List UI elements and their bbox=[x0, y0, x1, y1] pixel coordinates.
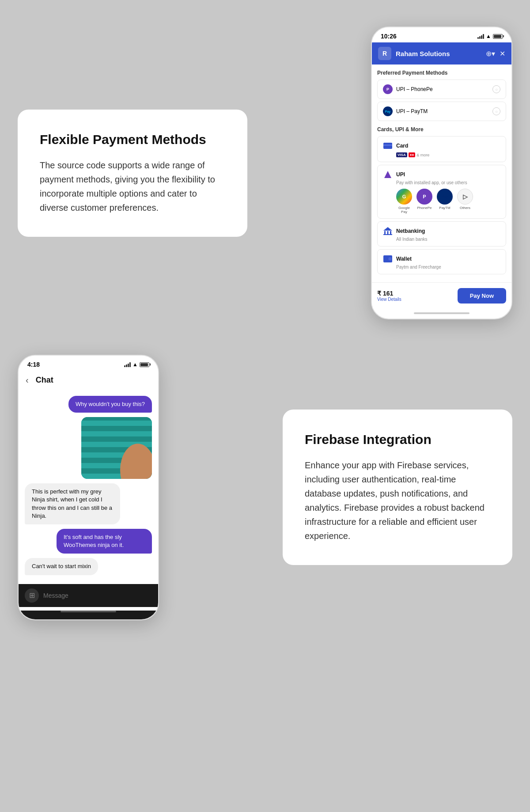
svg-rect-6 bbox=[390, 231, 391, 234]
upi-apps-grid: G GooglePay P PhonePe bbox=[396, 189, 500, 214]
svg-point-10 bbox=[390, 258, 391, 260]
top-section: Flexible Payment Methods The source code… bbox=[18, 27, 512, 319]
preferred-paytm[interactable]: Pay UPI – PayTM ○ bbox=[377, 102, 506, 121]
cards-upi-more-section: Cards, UPI & More Card VISA ●● & mo bbox=[377, 126, 506, 274]
phonepe-app-label: PhonePe bbox=[417, 206, 432, 210]
bottom-section: 4:18 ▲ ‹ Chat bbox=[18, 355, 512, 620]
others-app[interactable]: ▷ Others bbox=[457, 189, 473, 214]
preferred-phonepe-label: UPI – PhonePe bbox=[396, 86, 433, 92]
phonepe-app-icon: P bbox=[416, 189, 432, 205]
cards-section-title: Cards, UPI & More bbox=[377, 126, 506, 133]
netbanking-subtitle: All Indian banks bbox=[396, 237, 500, 242]
wifi-icon: ▲ bbox=[486, 33, 491, 39]
wallet-option[interactable]: Wallet Paytm and Freecharge bbox=[377, 249, 506, 274]
chat-messages-container: Why wouldn't you buy this? This is perfe… bbox=[19, 391, 158, 584]
upi-option-title: UPI bbox=[396, 171, 405, 178]
brand-name: Raham Solutions bbox=[396, 50, 450, 57]
select-circle: ○ bbox=[492, 85, 500, 93]
header-action-icons: ⊕▾ ✕ bbox=[486, 49, 505, 58]
netbanking-option[interactable]: Netbanking All Indian banks bbox=[377, 221, 506, 247]
upi-subtitle: Pay with installed app, or use others bbox=[396, 180, 500, 185]
pay-now-button[interactable]: Pay Now bbox=[458, 288, 506, 304]
paytm-app-label: PayTM bbox=[439, 206, 450, 210]
card-logos: VISA ●● & more bbox=[396, 152, 500, 157]
netbanking-icon bbox=[383, 226, 393, 236]
back-button[interactable]: ‹ bbox=[26, 375, 29, 385]
paytm-icon: Pay bbox=[383, 106, 393, 116]
message-bubble-3: This is perfect with my grey Ninja shirt… bbox=[25, 483, 152, 524]
message-bubble-4: It's soft and has the sly WooThemes ninj… bbox=[25, 529, 152, 554]
svg-rect-1 bbox=[383, 144, 392, 146]
payment-phone-mockup: 10:26 ▲ R Ra bbox=[371, 27, 512, 319]
attach-button[interactable]: ⊞ bbox=[25, 588, 39, 603]
chat-time: 4:18 bbox=[27, 361, 40, 368]
svg-marker-3 bbox=[383, 227, 392, 231]
product-image bbox=[81, 417, 152, 479]
bubble-text-1: Why wouldn't you buy this? bbox=[68, 396, 152, 413]
flexible-payment-card: Flexible Payment Methods The source code… bbox=[18, 110, 247, 237]
product-image-bubble bbox=[25, 417, 152, 479]
payment-status-bar: 10:26 ▲ bbox=[372, 27, 511, 42]
phonepe-app[interactable]: P PhonePe bbox=[416, 189, 432, 214]
googlepay-label: GooglePay bbox=[398, 206, 410, 214]
chat-input-bar: ⊞ bbox=[19, 584, 158, 607]
chat-header: ‹ Chat bbox=[19, 371, 158, 391]
chat-home-indicator bbox=[61, 611, 116, 612]
googlepay-app[interactable]: G GooglePay bbox=[396, 189, 412, 214]
chat-title: Chat bbox=[36, 376, 53, 385]
svg-rect-4 bbox=[384, 231, 386, 234]
card-option-icon bbox=[383, 141, 393, 151]
battery-icon bbox=[493, 34, 503, 39]
page-container: Flexible Payment Methods The source code… bbox=[0, 0, 530, 812]
payment-app-header: R Raham Solutions ⊕▾ ✕ bbox=[372, 42, 511, 65]
preferred-section-title: Preferred Payment Methods bbox=[377, 70, 506, 76]
message-bubble-5: Can't wait to start mixin bbox=[25, 558, 152, 575]
upi-option[interactable]: UPI Pay with installed app, or use other… bbox=[377, 165, 506, 219]
wallet-icon bbox=[383, 254, 393, 264]
language-icon[interactable]: ⊕▾ bbox=[486, 49, 495, 58]
googlepay-icon: G bbox=[396, 189, 412, 205]
payment-footer: ₹ 161 View Details Pay Now bbox=[372, 282, 511, 309]
flexible-payment-title: Flexible Payment Methods bbox=[40, 132, 225, 148]
chat-battery-icon bbox=[140, 362, 149, 367]
amount-info: ₹ 161 View Details bbox=[377, 290, 401, 302]
card-option[interactable]: Card VISA ●● & more bbox=[377, 136, 506, 162]
chat-signal-icon bbox=[124, 362, 131, 367]
brand-avatar: R bbox=[378, 47, 391, 60]
chat-wifi-icon: ▲ bbox=[132, 361, 138, 368]
svg-rect-5 bbox=[387, 231, 389, 234]
wallet-subtitle: Paytm and Freecharge bbox=[396, 265, 500, 269]
paytm-app[interactable]: Pay PayTM bbox=[437, 189, 453, 214]
others-label: Others bbox=[460, 206, 470, 210]
wallet-title: Wallet bbox=[396, 256, 412, 262]
firebase-description: Enhance your app with Firebase services,… bbox=[305, 458, 490, 543]
view-details-link[interactable]: View Details bbox=[377, 297, 401, 302]
payment-status-icons: ▲ bbox=[477, 33, 503, 39]
preferred-phonepe[interactable]: P UPI – PhonePe ○ bbox=[377, 80, 506, 99]
select-circle-paytm: ○ bbox=[492, 107, 500, 115]
svg-rect-7 bbox=[383, 234, 392, 235]
signal-bars-icon bbox=[477, 34, 484, 39]
chat-status-bar: 4:18 ▲ bbox=[19, 356, 158, 371]
visa-logo: VISA bbox=[396, 152, 407, 157]
bubble-text-4: It's soft and has the sly WooThemes ninj… bbox=[57, 529, 152, 554]
chat-status-icons: ▲ bbox=[124, 361, 149, 368]
svg-marker-2 bbox=[384, 171, 391, 178]
flexible-payment-description: The source code supports a wide range of… bbox=[40, 158, 225, 215]
card-option-title: Card bbox=[396, 143, 408, 149]
home-indicator bbox=[414, 312, 469, 314]
upi-option-icon bbox=[383, 170, 393, 179]
others-icon: ▷ bbox=[457, 189, 473, 205]
mastercard-logo: ●● bbox=[409, 152, 416, 157]
payment-time: 10:26 bbox=[381, 33, 397, 40]
message-bubble-1: Why wouldn't you buy this? bbox=[25, 396, 152, 413]
paytm-app-icon: Pay bbox=[437, 189, 453, 205]
more-cards-label: & more bbox=[416, 153, 429, 157]
firebase-card: Firebase Integration Enhance your app wi… bbox=[283, 410, 512, 565]
payment-content: Preferred Payment Methods P UPI – PhoneP… bbox=[372, 65, 511, 282]
netbanking-title: Netbanking bbox=[396, 228, 425, 234]
preferred-paytm-label: UPI – PayTM bbox=[396, 108, 428, 114]
close-icon[interactable]: ✕ bbox=[500, 49, 505, 58]
phonepe-icon: P bbox=[383, 84, 393, 94]
message-input[interactable] bbox=[43, 592, 152, 599]
